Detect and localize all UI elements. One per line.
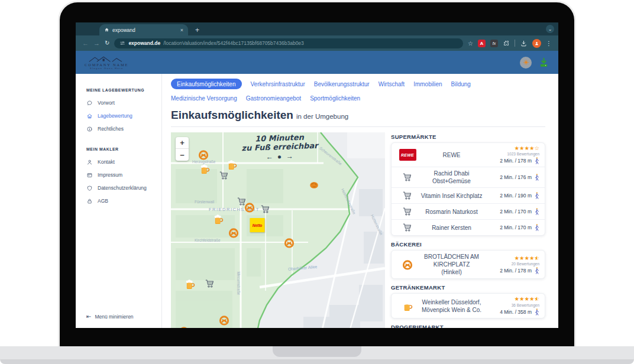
browser-tab[interactable]: expowand × <box>99 24 188 35</box>
shield-icon <box>86 185 93 191</box>
map-marker-pretzel[interactable] <box>283 237 295 249</box>
map-background <box>171 132 385 328</box>
chat-icon <box>86 100 93 106</box>
tab-wirtschaft[interactable]: Wirtschaft <box>379 79 405 89</box>
company-name: COMPANY NAME <box>85 63 128 67</box>
divider <box>171 126 545 127</box>
map-marker-bread[interactable] <box>309 180 319 190</box>
sidebar-item-datenschutzerkl-rung[interactable]: Datenschutzerklärung <box>76 181 161 194</box>
sidebar-item-agb[interactable]: AGB <box>76 194 161 207</box>
fx-extension-icon[interactable]: fx <box>490 40 498 47</box>
walking-person-icon <box>534 308 539 316</box>
tab-close-icon[interactable]: × <box>180 27 183 33</box>
sidebar-item-rechtliches[interactable]: Rechtliches <box>76 122 161 135</box>
beer-icon <box>402 300 413 312</box>
map-marker-pretzel[interactable] <box>198 149 209 161</box>
tab-sportm-glichkeiten[interactable]: Sportmöglichkeiten <box>310 93 360 103</box>
place-row[interactable]: Rosmarin Naturkost2 Min. / 170 m <box>392 203 545 219</box>
downloads-icon[interactable] <box>520 40 528 47</box>
map-marker-beer[interactable] <box>184 278 196 290</box>
adobe-extension-icon[interactable]: A <box>478 40 486 47</box>
info-icon <box>86 126 93 132</box>
place-distance: 2 Min. / 178 m <box>500 158 532 164</box>
map-marker-pretzel[interactable] <box>228 227 240 239</box>
map-marker-cart[interactable] <box>205 278 215 289</box>
back-button[interactable]: ← <box>82 40 89 47</box>
map-marker-pretzel[interactable] <box>178 326 190 328</box>
walking-person-icon <box>534 192 539 199</box>
place-row[interactable]: Rachid Dhabi Obst+Gemüse2 Min. / 176 m <box>392 167 545 187</box>
place-distance: 2 Min. / 190 m <box>500 193 532 199</box>
tab-verkehrsinfrastruktur[interactable]: Verkehrsinfrastruktur <box>251 79 305 89</box>
places-panel: SUPERMÄRKTEREWEREWE★★★★☆1023 Bewertungen… <box>391 132 545 328</box>
reload-button[interactable]: ↻ <box>105 40 109 46</box>
map-marker-pretzel[interactable] <box>244 202 255 213</box>
address-bar[interactable]: expowand.de/locationValuation/index/542f… <box>114 38 463 48</box>
minimize-menu-button[interactable]: ⇤ Menü minimieren <box>86 313 134 320</box>
cart-icon <box>402 190 413 201</box>
places-section-title: BÄCKEREI <box>391 241 545 248</box>
map-marker-cart[interactable] <box>219 170 229 181</box>
tab-einkaufsm-glichkeiten[interactable]: Einkaufsmöglichkeiten <box>171 79 242 89</box>
map-marker-netto[interactable]: Netto <box>250 218 265 232</box>
place-distance: 2 Min. / 176 m <box>500 174 532 180</box>
forward-button[interactable]: → <box>93 40 100 47</box>
beer-icon <box>226 159 238 171</box>
place-row[interactable]: BROTLÄDCHEN AM KIRCHPLATZ(Hinkel)★★★★★☆2… <box>392 251 545 278</box>
sidebar-item-vorwort[interactable]: Vorwort <box>76 96 161 109</box>
map-marker-cart[interactable] <box>260 204 271 214</box>
place-meta: 2 Min. / 176 m <box>485 174 539 181</box>
map-marker-beer[interactable] <box>199 163 211 175</box>
new-tab-button[interactable]: + <box>195 26 199 34</box>
browser-window: expowand × + ⌄ ← → ↻ expowand.de/locatio… <box>76 22 558 328</box>
page-title-text: Einkaufsmöglichkeiten <box>171 109 293 121</box>
sidebar-item-lagebewertung[interactable]: Lagebewertung <box>76 109 161 122</box>
sun-icon <box>522 58 530 66</box>
places-section: DROGERIEMARKTdm-drogerie markt5 Min. / 4… <box>391 324 545 328</box>
place-row[interactable]: REWEREWE★★★★☆1023 Bewertungen2 Min. / 17… <box>392 143 545 167</box>
place-name: REWE <box>418 151 485 159</box>
tab-immobilien[interactable]: Immobilien <box>413 79 442 89</box>
site-settings-icon <box>119 40 125 46</box>
map[interactable]: HerzogstraßeFürstenwallFRIEDRICHSTADTKir… <box>171 132 385 328</box>
minimize-label: Menü minimieren <box>95 314 133 320</box>
company-logo[interactable]: COMPANY NAME Slogan Goes Here <box>85 55 128 70</box>
tab-bev-lkerungsstruktur[interactable]: Bevölkerungsstruktur <box>314 79 370 89</box>
tab-search-chevron-icon[interactable]: ⌄ <box>546 25 554 33</box>
place-row[interactable]: Weinkeller Düsseldorf,Mövenpick Wein & C… <box>392 294 545 317</box>
place-row[interactable]: Rainer Kersten2 Min. / 170 m <box>392 219 545 235</box>
place-name: Rosmarin Naturkost <box>418 208 485 216</box>
place-meta: 2 Min. / 170 m <box>485 224 539 231</box>
sidebar-item-impressum[interactable]: Impressum <box>76 168 161 181</box>
page-title: Einkaufsmöglichkeitenin der Umgebung <box>171 109 545 122</box>
pretzel-icon <box>178 326 190 328</box>
map-marker-pretzel[interactable] <box>218 314 230 326</box>
place-meta: ★★★★☆1023 Bewertungen2 Min. / 178 m <box>485 145 539 164</box>
place-meta: ★★★★★☆36 Bewertungen4 Min. / 358 m <box>485 296 539 315</box>
cart-icon <box>402 172 413 183</box>
sidebar-item-kontakt[interactable]: Kontakt <box>76 155 161 168</box>
bookmark-star-icon[interactable]: ☆ <box>468 40 473 47</box>
walking-person-icon <box>534 224 539 231</box>
zoom-in-button[interactable]: + <box>176 137 189 149</box>
map-zoom-control: + − <box>176 137 189 161</box>
download-report-button[interactable] <box>538 57 549 68</box>
user-avatar[interactable] <box>520 57 532 69</box>
extensions-puzzle-icon[interactable] <box>503 40 510 47</box>
browser-menu-kebab-icon[interactable]: ⋮ <box>546 40 552 47</box>
star-rating: ★★★★★☆ <box>485 296 539 302</box>
browser-tab-strip: expowand × + ⌄ <box>76 22 558 35</box>
main-content: EinkaufsmöglichkeitenVerkehrsinfrastrukt… <box>162 74 558 328</box>
pretzel-icon <box>244 202 255 213</box>
place-meta: 2 Min. / 190 m <box>485 192 539 199</box>
tab-gastronomieangebot[interactable]: Gastronomieangebot <box>246 93 301 103</box>
tab-bildung[interactable]: Bildung <box>451 79 471 89</box>
profile-avatar[interactable] <box>532 39 541 48</box>
place-row[interactable]: Vitamin Insel Kirchplatz2 Min. / 190 m <box>392 187 545 203</box>
map-marker-beer[interactable] <box>212 213 224 225</box>
map-marker-beer[interactable] <box>226 159 238 171</box>
tab-medizinische-versorgung[interactable]: Medizinische Versorgung <box>171 93 237 103</box>
zoom-out-button[interactable]: − <box>176 149 189 161</box>
laptop-base-edge <box>0 359 634 364</box>
star-rating: ★★★★☆ <box>485 145 539 151</box>
